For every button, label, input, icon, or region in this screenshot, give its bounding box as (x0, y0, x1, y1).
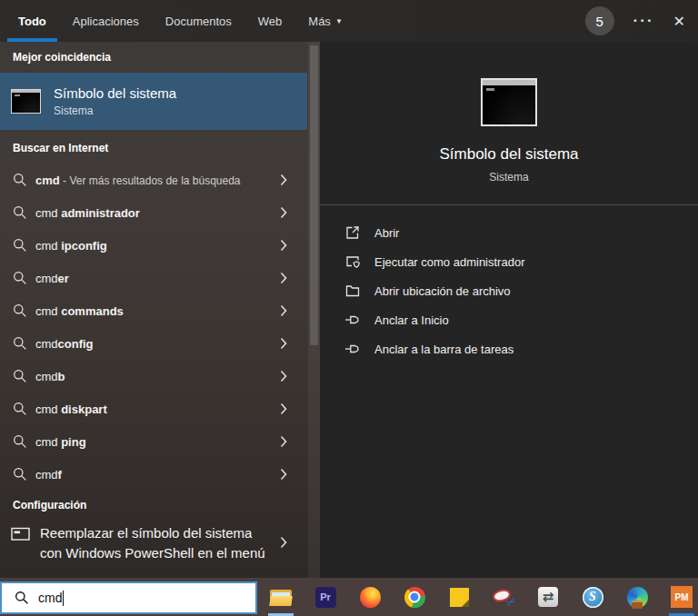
cmd-terminal-icon-large (481, 78, 537, 126)
taskbar-icon-edge-work-profile[interactable] (626, 578, 648, 616)
action-anclar-a-la-barra-de-tareas[interactable]: Anclar a la barra de tareas (320, 334, 698, 363)
preview-panel: Símbolo del sistema Sistema AbrirEjecuta… (320, 42, 698, 578)
action-label: Abrir (374, 226, 399, 240)
taskbar: cmd Pr✂⇄SPM (0, 578, 698, 616)
chevron-right-icon (280, 304, 287, 317)
section-header-search-internet: Buscar en Internet (0, 130, 320, 164)
open-icon (344, 224, 361, 241)
suggestion-text: cmdf (35, 468, 280, 482)
tab-label: Aplicaciones (73, 15, 139, 28)
suggestion-text: cmd - Ver más resultados de la búsqueda (35, 174, 280, 187)
settings-result-item[interactable]: Reemplazar el símbolo del sistema con Wi… (0, 520, 320, 563)
search-suggestion-item[interactable]: cmder (0, 262, 320, 294)
search-suggestion-item[interactable]: cmd ping (0, 425, 320, 458)
taskbar-icon-s-app[interactable]: S (582, 578, 603, 616)
search-suggestion-item[interactable]: cmd commands (0, 294, 320, 327)
suggestion-text: cmd commands (35, 304, 280, 318)
taskbar-icons: Pr✂⇄SPM (270, 578, 693, 616)
suggestion-text: cmdb (35, 370, 280, 383)
suggestion-text: cmdconfig (35, 337, 280, 351)
suggestion-text: cmd ipconfig (35, 239, 280, 253)
action-ejecutar-como-administrador[interactable]: Ejecutar como administrador (320, 247, 698, 276)
cmd-terminal-icon (11, 89, 41, 114)
tab-documentos[interactable]: Documentos (155, 0, 243, 42)
tab-label: Web (258, 15, 283, 28)
taskbar-icon-pm-app[interactable]: PM (671, 578, 693, 616)
action-label: Anclar a la barra de tareas (374, 343, 514, 356)
left-panel-scrollbar[interactable] (308, 42, 320, 578)
action-anclar-a-inicio[interactable]: Anclar a Inicio (320, 305, 698, 334)
run-as-admin-icon (344, 253, 361, 270)
chevron-right-icon (280, 174, 287, 186)
taskbar-icon-sticky-notes[interactable] (448, 578, 470, 616)
search-results-area: Mejor coincidencia Símbolo del sistema S… (0, 42, 698, 578)
chevron-right-icon (280, 536, 287, 549)
taskbar-icon-disc-scissors-app[interactable]: ✂ (493, 578, 514, 616)
context-actions-list: AbrirEjecutar como administradorAbrir ub… (320, 218, 698, 363)
close-icon[interactable]: ✕ (673, 13, 685, 30)
section-header-settings: Configuración (0, 491, 320, 520)
search-icon (13, 173, 27, 187)
suggestion-text: cmd diskpart (35, 402, 280, 416)
search-filter-bar: TodoAplicacionesDocumentosWebMás▾ 5 ··· … (0, 0, 698, 42)
suggestion-text: cmder (35, 272, 280, 285)
chevron-right-icon (280, 337, 287, 350)
search-icon (13, 434, 27, 449)
chevron-right-icon (280, 272, 287, 284)
taskbar-icon-file-explorer[interactable] (270, 578, 292, 616)
search-icon (13, 238, 27, 253)
suggestion-text: cmd ping (35, 435, 280, 449)
chevron-right-icon (280, 468, 287, 481)
tab-label: Todo (18, 15, 46, 28)
action-abrir-ubicacion-de-archivo[interactable]: Abrir ubicación de archivo (320, 276, 698, 305)
tab-bar: TodoAplicacionesDocumentosWebMás▾ (0, 0, 356, 42)
action-label: Anclar a Inicio (374, 313, 449, 327)
settings-result-text: Reemplazar el símbolo del sistema con Wi… (40, 523, 280, 563)
taskbar-search-input[interactable]: cmd (0, 581, 257, 614)
tab-label: Documentos (165, 15, 232, 28)
results-list-panel: Mejor coincidencia Símbolo del sistema S… (0, 42, 320, 578)
tab-todo[interactable]: Todo (7, 0, 57, 42)
taskbar-icon-premiere[interactable]: Pr (314, 578, 336, 616)
windows-search-flyout: TodoAplicacionesDocumentosWebMás▾ 5 ··· … (0, 0, 698, 616)
search-suggestion-item[interactable]: cmd ipconfig (0, 229, 320, 262)
search-suggestion-item[interactable]: cmd - Ver más resultados de la búsqueda (0, 164, 320, 196)
tab-label: Más (308, 15, 331, 28)
chevron-right-icon (280, 402, 287, 415)
chevron-right-icon (280, 239, 287, 252)
search-suggestion-item[interactable]: cmdb (0, 360, 320, 392)
taskbar-icon-chrome[interactable] (404, 578, 425, 616)
chevron-right-icon (280, 435, 287, 448)
best-match-item[interactable]: Símbolo del sistema Sistema (0, 73, 307, 130)
search-icon (15, 591, 29, 605)
more-options-icon[interactable]: ··· (633, 12, 654, 30)
tab-mas[interactable]: Más▾ (297, 0, 352, 42)
scrollbar-thumb[interactable] (310, 45, 318, 345)
tab-web[interactable]: Web (247, 0, 294, 42)
search-suggestion-item[interactable]: cmdconfig (0, 327, 320, 360)
search-suggestions-list: cmd - Ver más resultados de la búsquedac… (0, 164, 320, 491)
preview-subtitle: Sistema (489, 171, 528, 184)
search-icon (13, 205, 27, 220)
account-badge[interactable]: 5 (585, 6, 614, 35)
search-icon (13, 402, 27, 416)
best-match-text: Símbolo del sistema Sistema (54, 85, 176, 117)
search-suggestion-item[interactable]: cmd administrador (0, 196, 320, 229)
action-abrir[interactable]: Abrir (320, 218, 698, 247)
suggestion-text: cmd administrador (35, 206, 280, 220)
preview-title: Símbolo del sistema (439, 145, 578, 164)
search-suggestion-item[interactable]: cmd diskpart (0, 392, 320, 425)
chevron-right-icon (280, 370, 287, 383)
chevron-right-icon (280, 206, 287, 219)
tab-aplicaciones[interactable]: Aplicaciones (62, 0, 150, 42)
taskbar-icon-file-transfer-app[interactable]: ⇄ (537, 578, 559, 616)
taskbar-icon-firefox[interactable] (359, 578, 381, 616)
action-label: Abrir ubicación de archivo (374, 284, 511, 298)
text-caret (63, 591, 64, 606)
search-icon (13, 336, 27, 351)
search-suggestion-item[interactable]: cmdf (0, 458, 320, 491)
section-header-best-match: Mejor coincidencia (0, 42, 320, 73)
pin-icon (344, 312, 361, 328)
action-label: Ejecutar como administrador (374, 255, 524, 269)
best-match-subtitle: Sistema (54, 104, 176, 117)
